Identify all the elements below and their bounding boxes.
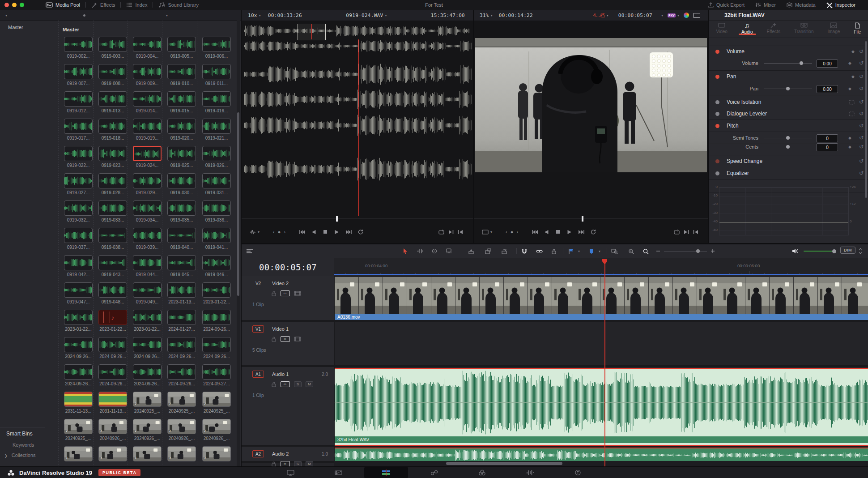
media-clip-thumbnail[interactable]: ♪: [167, 392, 196, 407]
timeline-h-scrollbar[interactable]: [334, 461, 868, 466]
reset-icon[interactable]: ↺: [859, 124, 864, 128]
play-reverse-button[interactable]: [540, 229, 552, 235]
media-clip-thumbnail[interactable]: [98, 255, 127, 270]
param-value[interactable]: 0: [817, 143, 838, 151]
media-clip-thumbnail[interactable]: [133, 282, 162, 298]
custom-zoom-button[interactable]: [642, 244, 649, 258]
inspector-tab-transition[interactable]: Transition: [794, 21, 814, 34]
reset-icon[interactable]: ↺: [859, 100, 864, 105]
full-extent-zoom-button[interactable]: [611, 244, 618, 258]
go-to-first-frame-button[interactable]: [529, 229, 540, 235]
media-clip-thumbnail[interactable]: [64, 364, 93, 380]
zoom-slider-knob[interactable]: [696, 249, 700, 253]
media-clip-thumbnail[interactable]: [167, 364, 196, 380]
media-clip-thumbnail[interactable]: [64, 337, 93, 352]
selection-mode-button[interactable]: [403, 244, 408, 258]
timeline-clip-audio-2[interactable]: [335, 448, 868, 462]
top-tab-mixer[interactable]: Mixer: [750, 0, 781, 10]
media-clip-thumbnail[interactable]: [98, 91, 127, 107]
param-slider[interactable]: [764, 147, 812, 147]
page-button-fusion[interactable]: [412, 467, 456, 478]
inspector-tab-video[interactable]: Video: [716, 21, 728, 34]
audio-monitor-icon[interactable]: [792, 244, 799, 258]
media-clip-thumbnail[interactable]: ♪: [167, 419, 196, 434]
media-clip-thumbnail[interactable]: ♪: [98, 419, 127, 434]
media-clip-thumbnail[interactable]: [202, 64, 231, 79]
grade-bypass-icon[interactable]: [684, 13, 689, 18]
media-clip-thumbnail[interactable]: ♪: [133, 392, 162, 407]
top-tab-sound-library[interactable]: Sound Library: [153, 0, 204, 10]
video-jog-bar[interactable]: [474, 218, 708, 223]
media-clip-thumbnail[interactable]: [133, 364, 162, 380]
flag-chevron-icon[interactable]: ▾: [578, 249, 580, 253]
media-clip-thumbnail[interactable]: [133, 337, 162, 352]
video-zoom-chevron-icon[interactable]: ▾: [491, 13, 493, 17]
proxy-chevron-icon[interactable]: ▾: [677, 13, 679, 17]
media-clip-thumbnail[interactable]: [98, 337, 127, 352]
media-clip-thumbnail[interactable]: [98, 392, 127, 407]
timeline-playhead-timecode[interactable]: 00:00:05:07: [242, 262, 334, 272]
eq-curve[interactable]: [719, 222, 848, 222]
top-tab-inspector[interactable]: Inspector: [821, 0, 861, 10]
track-destination-badge[interactable]: V2: [252, 280, 264, 287]
loop-range-button[interactable]: [438, 229, 444, 235]
inspector-tab-effects[interactable]: Effects: [767, 21, 780, 34]
media-clip-thumbnail[interactable]: [202, 255, 231, 270]
play-button[interactable]: [564, 229, 575, 235]
media-clip-thumbnail[interactable]: [98, 37, 127, 52]
media-pool-scrollbar[interactable]: [237, 21, 240, 466]
track-destination-badge[interactable]: V1: [252, 325, 264, 333]
stop-button[interactable]: [552, 229, 564, 235]
jog-control[interactable]: ‹ ● ›: [273, 229, 286, 235]
media-clip-thumbnail[interactable]: [167, 228, 196, 243]
reset-icon[interactable]: ↺: [859, 49, 864, 54]
media-clip-thumbnail[interactable]: [167, 310, 196, 325]
jog-control[interactable]: ‹ ● ›: [506, 229, 519, 235]
auto-select-button[interactable]: ‹›: [281, 381, 290, 387]
media-clip-thumbnail[interactable]: [64, 282, 93, 298]
loop-range-button[interactable]: [674, 229, 680, 235]
inspector-section-pitch[interactable]: Pitch↺: [709, 120, 868, 131]
section-toggle[interactable]: [715, 159, 719, 163]
position-lock-button[interactable]: [551, 244, 557, 258]
reset-icon[interactable]: ↺: [859, 135, 864, 141]
clean-feed-icon[interactable]: [694, 13, 700, 18]
inspector-section-voice-isolation[interactable]: Voice Isolation↺: [709, 97, 868, 107]
bin-list-chevron-icon[interactable]: ▾: [5, 13, 7, 17]
top-tab-quick-export[interactable]: Quick Export: [702, 0, 750, 10]
slider-knob[interactable]: [786, 87, 790, 90]
inspector-section-dialogue-leveler[interactable]: Dialogue Leveler↺: [709, 108, 868, 119]
add-marker-button[interactable]: [589, 244, 594, 258]
media-clip-thumbnail[interactable]: [202, 37, 231, 52]
media-clip-thumbnail[interactable]: [202, 364, 231, 380]
reset-icon[interactable]: ↺: [859, 111, 864, 116]
linked-selection-button[interactable]: [536, 244, 543, 258]
media-clip-thumbnail[interactable]: [167, 64, 196, 79]
page-button-edit[interactable]: [364, 467, 408, 478]
section-toggle[interactable]: [715, 171, 719, 175]
audio-overview-strip[interactable]: [244, 24, 470, 39]
monitor-volume-slider[interactable]: [804, 251, 836, 252]
reset-icon[interactable]: ↺: [859, 60, 864, 66]
media-clip-thumbnail[interactable]: [133, 91, 162, 107]
media-clip-thumbnail[interactable]: [98, 119, 127, 134]
media-clip-thumbnail[interactable]: [202, 119, 231, 134]
media-clip-thumbnail[interactable]: [167, 146, 196, 161]
top-tab-effects[interactable]: Effects: [86, 0, 120, 10]
zoom-out-button[interactable]: [656, 244, 660, 258]
track-destination-badge[interactable]: A2: [252, 450, 264, 457]
media-clip-thumbnail[interactable]: ♪: [64, 446, 93, 461]
keyframe-diamond-icon[interactable]: ◆: [848, 86, 851, 91]
media-clip-thumbnail[interactable]: [202, 201, 231, 216]
param-slider[interactable]: [764, 89, 812, 89]
param-value[interactable]: 0.00: [817, 85, 838, 93]
slider-knob[interactable]: [786, 145, 790, 149]
page-button-deliver[interactable]: [556, 467, 600, 478]
flag-clip-button[interactable]: [568, 244, 574, 258]
media-clip-thumbnail[interactable]: [64, 119, 93, 134]
media-clip-thumbnail[interactable]: [98, 228, 127, 243]
audio-jog-bar[interactable]: [242, 218, 473, 223]
go-to-last-frame-button[interactable]: [343, 229, 354, 235]
thumbnail-size-slider[interactable]: [83, 14, 85, 17]
section-toggle[interactable]: [715, 75, 719, 79]
